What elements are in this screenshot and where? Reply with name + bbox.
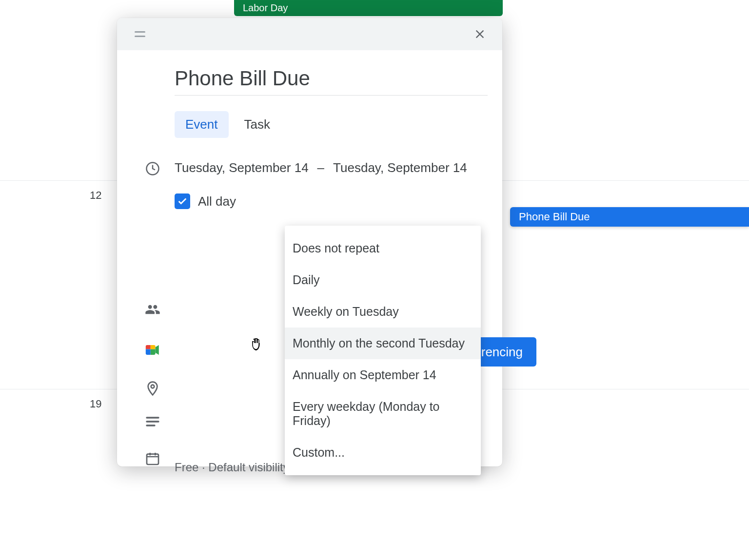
day-number[interactable]: 12 [90,189,101,202]
start-date[interactable]: Tuesday, September 14 [175,160,309,175]
all-day-checkbox[interactable] [175,193,190,209]
event-title-input[interactable] [175,55,488,96]
guests-icon [131,302,175,317]
event-quick-create-modal: Event Task Tuesday, September 14 – Tuesd… [117,18,502,466]
repeat-option-weekly[interactable]: Weekly on Tuesday [285,296,481,328]
recurrence-dropdown-menu: Does not repeat Daily Weekly on Tuesday … [285,226,481,475]
date-separator: – [317,160,324,175]
holiday-event-labor-day[interactable]: Labor Day [234,0,503,16]
checkmark-icon [177,196,188,207]
tab-task[interactable]: Task [234,111,281,138]
repeat-option-weekdays[interactable]: Every weekday (Monday to Friday) [285,391,481,437]
end-date[interactable]: Tuesday, September 14 [333,160,467,175]
modal-header [117,18,502,50]
location-pin-icon [131,381,175,396]
svg-point-1 [151,385,155,388]
repeat-option-annually[interactable]: Annually on September 14 [285,359,481,391]
tab-event[interactable]: Event [175,111,229,138]
event-type-tabs: Event Task [175,111,489,138]
meet-icon [131,342,175,358]
calendar-event-label: Phone Bill Due [519,211,590,223]
calendar-event-phone-bill[interactable]: Phone Bill Due [510,207,749,227]
conferencing-button-visible-text: rencing [481,345,523,360]
all-day-label: All day [198,194,236,209]
repeat-option-monthly[interactable]: Monthly on the second Tuesday [285,328,481,359]
drag-handle-icon[interactable] [135,31,145,37]
clock-icon [131,160,175,176]
day-number[interactable]: 19 [90,398,101,410]
close-icon [473,27,487,41]
holiday-event-label: Labor Day [243,2,288,14]
repeat-option-daily[interactable]: Daily [285,264,481,296]
close-button[interactable] [470,24,490,44]
description-icon [131,414,175,429]
calendar-icon [131,451,175,466]
svg-rect-2 [147,454,158,464]
repeat-option-custom[interactable]: Custom... [285,437,481,468]
repeat-option-does-not-repeat[interactable]: Does not repeat [285,232,481,264]
